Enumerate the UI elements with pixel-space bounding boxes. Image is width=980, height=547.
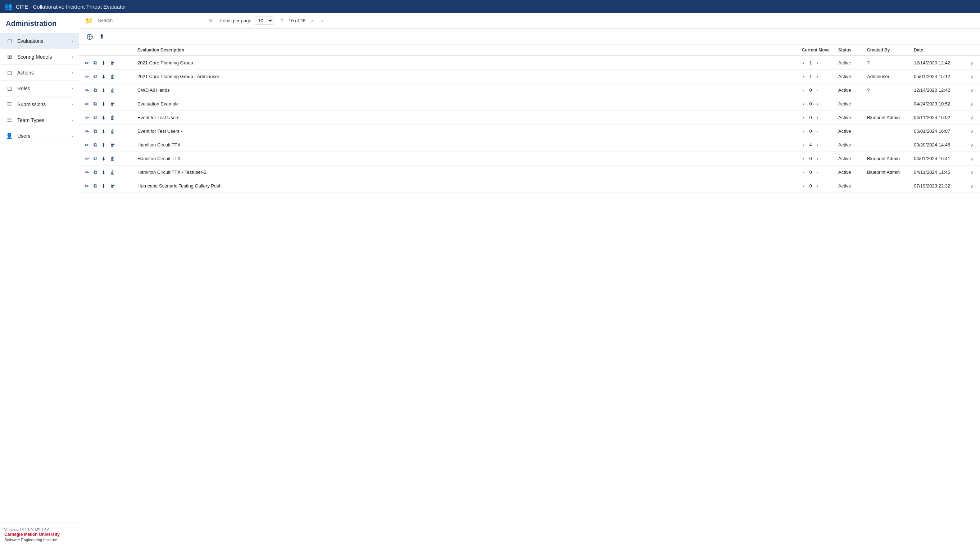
- edit-button[interactable]: ✏: [83, 128, 91, 135]
- delete-button[interactable]: 🗑: [109, 73, 116, 80]
- roles-icon: ◻: [6, 85, 13, 92]
- download-button[interactable]: ⬇: [100, 100, 107, 108]
- sidebar-item-team-types[interactable]: ☰ Team Types ›: [0, 112, 79, 128]
- move-next-button[interactable]: ›: [816, 128, 819, 134]
- move-prev-button[interactable]: ‹: [802, 115, 805, 121]
- col-header-date: Date: [910, 45, 963, 56]
- sidebar-item-label: Submissions: [17, 102, 72, 107]
- download-button[interactable]: ⬇: [100, 142, 107, 148]
- expand-button[interactable]: ∨: [968, 87, 976, 94]
- clear-search-icon[interactable]: ⊗: [208, 17, 213, 23]
- delete-button[interactable]: 🗑: [109, 182, 116, 190]
- delete-button[interactable]: 🗑: [109, 142, 116, 148]
- move-prev-button[interactable]: ‹: [802, 60, 805, 66]
- copy-button[interactable]: ⧉: [92, 128, 99, 135]
- move-next-button[interactable]: ›: [816, 115, 819, 121]
- move-prev-button[interactable]: ‹: [802, 101, 805, 107]
- download-button[interactable]: ⬇: [100, 73, 107, 80]
- sidebar-item-scoring-models[interactable]: ⊞ Scoring Models ›: [0, 49, 79, 65]
- search-input[interactable]: [98, 18, 207, 23]
- delete-button[interactable]: 🗑: [109, 128, 116, 135]
- copy-button[interactable]: ⧉: [92, 86, 99, 94]
- copy-button[interactable]: ⧉: [92, 141, 99, 148]
- move-prev-button[interactable]: ‹: [802, 183, 805, 189]
- download-button[interactable]: ⬇: [100, 128, 107, 135]
- move-prev-button[interactable]: ‹: [802, 128, 805, 134]
- sidebar-item-evaluations[interactable]: ◻ Evaluations ›: [0, 33, 79, 49]
- copy-button[interactable]: ⧉: [92, 182, 99, 190]
- add-evaluation-button[interactable]: ⨁: [85, 32, 95, 41]
- delete-button[interactable]: 🗑: [109, 100, 116, 108]
- chevron-right-icon: ›: [72, 86, 73, 91]
- move-prev-button[interactable]: ‹: [802, 142, 805, 148]
- download-button[interactable]: ⬇: [100, 182, 107, 190]
- edit-button[interactable]: ✏: [83, 59, 91, 67]
- row-expand: ∨: [963, 97, 980, 111]
- expand-button[interactable]: ∨: [968, 59, 976, 67]
- edit-button[interactable]: ✏: [83, 182, 91, 190]
- download-button[interactable]: ⬇: [100, 59, 107, 67]
- copy-button[interactable]: ⧉: [92, 155, 99, 162]
- upload-button[interactable]: ⬆: [97, 32, 106, 41]
- row-date: 03/20/2024 14:46: [910, 138, 963, 152]
- copy-button[interactable]: ⧉: [92, 168, 99, 176]
- table-row: ✏ ⧉ ⬇ 🗑 Hurricane Scenario Testing Galle…: [79, 179, 980, 193]
- move-next-button[interactable]: ›: [816, 60, 819, 66]
- copy-button[interactable]: ⧉: [92, 59, 99, 67]
- expand-button[interactable]: ∨: [968, 128, 976, 135]
- row-description: Hamilton Circuit TTX - Testuser-2: [133, 166, 798, 179]
- move-prev-button[interactable]: ‹: [802, 87, 805, 93]
- move-next-button[interactable]: ›: [816, 169, 819, 175]
- download-button[interactable]: ⬇: [100, 87, 107, 94]
- delete-button[interactable]: 🗑: [109, 114, 116, 121]
- row-actions: ✏ ⧉ ⬇ 🗑: [79, 56, 133, 70]
- download-button[interactable]: ⬇: [100, 155, 107, 162]
- expand-button[interactable]: ∨: [968, 142, 976, 148]
- chevron-right-icon: ›: [72, 38, 73, 43]
- move-next-button[interactable]: ›: [816, 87, 819, 93]
- sidebar-item-roles[interactable]: ◻ Roles ›: [0, 81, 79, 96]
- edit-button[interactable]: ✏: [83, 169, 91, 176]
- move-next-button[interactable]: ›: [816, 73, 819, 80]
- row-description: Hamilton Circuit TTX -: [133, 152, 798, 166]
- copy-button[interactable]: ⧉: [92, 100, 99, 108]
- chevron-right-icon: ›: [72, 54, 73, 59]
- move-prev-button[interactable]: ‹: [802, 169, 805, 175]
- expand-button[interactable]: ∨: [968, 100, 976, 108]
- sidebar-item-users[interactable]: 👤 Users ›: [0, 128, 79, 144]
- move-next-button[interactable]: ›: [816, 183, 819, 189]
- edit-button[interactable]: ✏: [83, 100, 91, 108]
- expand-button[interactable]: ∨: [968, 73, 976, 80]
- items-per-page-select[interactable]: 5 10 25 50 100: [255, 16, 274, 25]
- expand-button[interactable]: ∨: [968, 155, 976, 162]
- download-button[interactable]: ⬇: [100, 169, 107, 176]
- sidebar-item-actions[interactable]: ◻ Actions ›: [0, 65, 79, 81]
- delete-button[interactable]: 🗑: [109, 87, 116, 94]
- pagination-prev-button[interactable]: ‹: [309, 17, 315, 25]
- move-next-button[interactable]: ›: [816, 142, 819, 148]
- move-prev-button[interactable]: ‹: [802, 155, 805, 161]
- row-created-by: Adminuser: [863, 70, 910, 83]
- move-next-button[interactable]: ›: [816, 155, 819, 161]
- copy-button[interactable]: ⧉: [92, 114, 99, 121]
- delete-button[interactable]: 🗑: [109, 59, 116, 67]
- row-current-move: ‹ 0 ›: [798, 124, 834, 138]
- download-button[interactable]: ⬇: [100, 114, 107, 121]
- move-next-button[interactable]: ›: [816, 101, 819, 107]
- delete-button[interactable]: 🗑: [109, 155, 116, 162]
- copy-button[interactable]: ⧉: [92, 73, 99, 80]
- expand-button[interactable]: ∨: [968, 114, 976, 121]
- expand-button[interactable]: ∨: [968, 169, 976, 176]
- edit-button[interactable]: ✏: [83, 142, 91, 148]
- edit-button[interactable]: ✏: [83, 87, 91, 94]
- sidebar-item-submissions[interactable]: ☰ Submissions ›: [0, 96, 79, 112]
- move-prev-button[interactable]: ‹: [802, 73, 805, 80]
- row-created-by: [863, 138, 910, 152]
- edit-button[interactable]: ✏: [83, 155, 91, 162]
- delete-button[interactable]: 🗑: [109, 169, 116, 176]
- edit-button[interactable]: ✏: [83, 73, 91, 80]
- expand-button[interactable]: ∨: [968, 182, 976, 190]
- pagination-next-button[interactable]: ›: [319, 17, 325, 25]
- edit-button[interactable]: ✏: [83, 114, 91, 121]
- sidebar-item-label: Scoring Models: [17, 54, 72, 60]
